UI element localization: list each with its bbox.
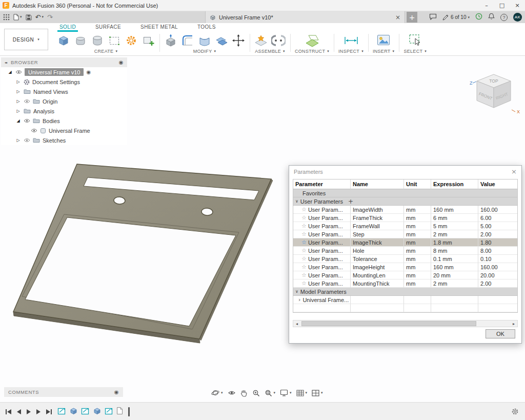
browser-item-named-views[interactable]: ▷ Named Views — [1, 87, 127, 96]
new-tab-button[interactable]: + — [407, 12, 417, 23]
user-parameters-section-row[interactable]: ∨ User Parameters + — [293, 197, 517, 206]
browser-item-bodies[interactable]: ◢ Bodies — [1, 116, 127, 126]
timeline-settings-gear-icon[interactable] — [511, 408, 519, 417]
job-history-clock-icon[interactable] — [475, 13, 482, 22]
param-name-cell[interactable]: ImageThick — [351, 238, 404, 247]
table-row[interactable]: ☆User Param... MountingThick mm 2 mm 2.0… — [293, 279, 517, 288]
sketch-region-icon[interactable] — [108, 34, 121, 47]
favorite-star-icon[interactable]: ☆ — [301, 222, 307, 230]
construction-plane-icon[interactable] — [305, 34, 320, 47]
save-icon[interactable] — [26, 14, 32, 21]
view-cube[interactable]: TOP FRONT RIGHT Z X — [468, 67, 521, 116]
param-expression-cell[interactable]: 8 mm — [431, 247, 478, 255]
section-chevron-icon[interactable]: ∨ — [295, 199, 298, 204]
shell-icon[interactable] — [198, 34, 211, 47]
display-toggle-icon[interactable]: ◉ — [114, 389, 119, 395]
display-settings-icon[interactable]: ▾ — [280, 389, 292, 396]
chevron-expanded-icon[interactable]: ◢ — [15, 118, 21, 123]
chevron-collapsed-icon[interactable]: ▷ — [15, 138, 21, 143]
browser-item-sketches[interactable]: ▷ Sketches — [1, 135, 127, 145]
timeline-play-button[interactable] — [26, 408, 31, 417]
user-avatar[interactable]: AK — [513, 13, 522, 22]
box-primitive-icon[interactable] — [74, 34, 87, 47]
favorite-star-icon[interactable]: ☆ — [301, 255, 307, 263]
param-name-cell[interactable]: Step — [351, 230, 404, 238]
chevron-collapsed-icon[interactable]: ▷ — [15, 89, 21, 94]
param-name-cell[interactable]: Hole — [351, 247, 404, 255]
eye-icon[interactable] — [31, 128, 37, 133]
comments-panel[interactable]: COMMENTS ◉ — [4, 387, 123, 397]
param-name-cell[interactable]: MountingThick — [351, 279, 404, 288]
table-row[interactable]: ☆User Param... ImageWidth mm 160 mm 160.… — [293, 206, 517, 214]
timeline-step-back-button[interactable] — [16, 408, 22, 417]
param-expression-cell[interactable]: 1.8 mm — [431, 238, 478, 247]
timeline-skip-end-button[interactable] — [46, 408, 52, 417]
browser-item-document-settings[interactable]: ▷ Document Settings — [1, 77, 127, 87]
fillet-icon[interactable] — [181, 34, 194, 47]
param-name-cell[interactable]: ImageWidth — [351, 206, 404, 214]
scroll-right-icon[interactable]: ▸ — [510, 322, 517, 326]
timeline-extrude-feature-icon[interactable] — [93, 407, 102, 417]
param-expression-cell[interactable]: 2 mm — [431, 230, 478, 238]
dialog-title-bar[interactable]: Parameters × — [289, 166, 521, 177]
tab-close-icon[interactable]: × — [395, 14, 400, 21]
add-parameter-icon[interactable]: + — [348, 198, 353, 205]
favorite-star-icon[interactable]: ☆ — [301, 230, 307, 238]
timeline-sketch-feature-icon[interactable] — [81, 407, 90, 417]
help-icon[interactable]: ? — [500, 14, 508, 21]
file-menu-icon[interactable]: ▾ — [13, 14, 22, 21]
param-name-cell[interactable]: ImageHeight — [351, 263, 404, 271]
timeline-step-forward-button[interactable] — [36, 408, 41, 417]
browser-item-label[interactable]: Sketches — [43, 137, 66, 144]
tab-sheet-metal[interactable]: SHEET METAL — [138, 23, 180, 32]
chevron-collapsed-icon[interactable]: ▷ — [15, 109, 21, 113]
timeline-extrude-feature-icon[interactable] — [69, 407, 78, 417]
insert-canvas-icon[interactable] — [377, 34, 390, 46]
param-name-cell[interactable]: MountingLen — [351, 271, 404, 279]
scroll-left-icon[interactable]: ◂ — [293, 322, 300, 326]
pan-hand-icon[interactable] — [240, 389, 248, 397]
horizontal-scroll-bar[interactable]: ◂ ▸ — [293, 320, 518, 327]
param-name-cell[interactable]: FrameThick — [351, 214, 404, 222]
param-expression-cell[interactable]: 2 mm — [431, 279, 478, 288]
new-component-star-icon[interactable] — [254, 34, 268, 47]
create-sketch-icon[interactable] — [142, 34, 155, 47]
favorite-star-icon[interactable]: ☆ — [301, 271, 307, 279]
inspect-menu[interactable]: INSPECT▾ — [338, 49, 364, 54]
eye-icon[interactable] — [24, 99, 30, 104]
eye-icon[interactable] — [24, 118, 30, 123]
document-tab[interactable]: Universal Frame v10* × — [205, 11, 405, 23]
browser-item-label[interactable]: Named Views — [33, 89, 68, 95]
timeline-position-marker[interactable] — [128, 407, 130, 416]
display-toggle-icon[interactable]: ◉ — [119, 59, 124, 65]
table-row[interactable]: ☆User Param... FrameThick mm 6 mm 6.00 — [293, 214, 517, 222]
param-expression-cell[interactable]: 0.1 mm — [431, 255, 478, 263]
param-expression-cell[interactable]: 160 mm — [431, 206, 478, 214]
construct-menu[interactable]: CONSTRUCT▾ — [295, 49, 329, 54]
tab-solid[interactable]: SOLID — [57, 23, 78, 32]
browser-item-origin[interactable]: ▷ Origin — [1, 96, 127, 106]
favorite-star-icon[interactable]: ☆ — [301, 238, 307, 247]
table-row[interactable]: ☆User Param... Step mm 2 mm 2.00 — [293, 230, 517, 238]
timeline-sketch-feature-icon[interactable] — [105, 407, 113, 417]
ok-button[interactable]: OK — [486, 329, 515, 338]
table-row[interactable]: ☆User Param... Hole mm 8 mm 8.00 — [293, 247, 517, 255]
browser-item-root[interactable]: ◢ Universal Frame v10 ◉ — [1, 67, 127, 77]
browser-header[interactable]: ◂◂ BROWSER ◉ — [1, 57, 127, 67]
chevron-collapsed-icon[interactable]: ▷ — [15, 79, 21, 84]
table-row-selected[interactable]: ☆User Param... ImageThick mm 1.8 mm 1.80 — [293, 238, 517, 247]
favorite-star-icon[interactable]: ☆ — [301, 247, 307, 255]
create-menu[interactable]: CREATE▾ — [94, 49, 117, 54]
zoom-window-icon[interactable]: ▾ — [265, 389, 276, 397]
select-menu[interactable]: SELECT▾ — [403, 49, 427, 54]
modify-menu[interactable]: MODIFY▾ — [193, 49, 216, 54]
favorite-star-icon[interactable]: ☆ — [301, 263, 307, 271]
minimize-button[interactable]: – — [479, 0, 494, 11]
favorite-star-icon[interactable]: ☆ — [301, 279, 307, 288]
table-row[interactable]: ☆User Param... ImageHeight mm 160 mm 160… — [293, 263, 517, 271]
model-component-row[interactable]: ›Universal Frame... — [293, 296, 517, 304]
browser-item-label[interactable]: Universal Frame v10 — [25, 68, 84, 76]
param-name-cell[interactable]: Tolerance — [351, 255, 404, 263]
browser-item-label[interactable]: Origin — [43, 98, 57, 105]
table-row[interactable]: ☆User Param... Tolerance mm 0.1 mm 0.10 — [293, 255, 517, 263]
